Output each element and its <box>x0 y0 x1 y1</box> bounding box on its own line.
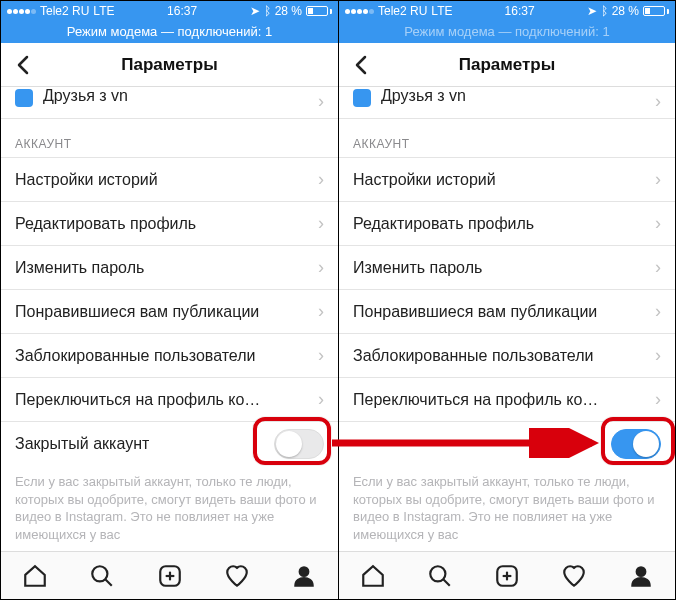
clock-label: 16:37 <box>167 4 197 18</box>
tab-search[interactable] <box>68 552 135 599</box>
vk-icon <box>15 89 33 107</box>
row-switch-profile[interactable]: Переключиться на профиль ко…› <box>339 377 675 421</box>
page-title: Параметры <box>1 55 338 75</box>
chevron-right-icon: › <box>655 345 661 366</box>
row-story-settings[interactable]: Настройки историй› <box>1 157 338 201</box>
location-arrow-icon: ➤ <box>250 4 260 18</box>
row-edit-profile[interactable]: Редактировать профиль› <box>1 201 338 245</box>
back-button[interactable] <box>1 43 45 87</box>
private-account-toggle[interactable] <box>274 429 324 459</box>
add-post-icon <box>157 563 183 589</box>
hotspot-bar: Режим модема — подключений: 1 <box>339 21 675 43</box>
tab-bar <box>1 551 338 599</box>
network-label: LTE <box>93 4 114 18</box>
back-button[interactable] <box>339 43 383 87</box>
row-change-password[interactable]: Изменить пароль› <box>1 245 338 289</box>
svg-point-11 <box>637 567 646 576</box>
section-header-account: АККАУНТ <box>1 119 338 157</box>
private-help-text: Если у вас закрытый аккаунт, только те л… <box>1 465 338 543</box>
list-item[interactable]: Друзья з vn › <box>339 87 675 119</box>
carrier-label: Tele2 RU <box>378 4 427 18</box>
bluetooth-icon: ᛒ <box>264 4 271 18</box>
chevron-right-icon: › <box>318 169 324 190</box>
row-switch-profile[interactable]: Переключиться на профиль ко…› <box>1 377 338 421</box>
private-help-text: Если у вас закрытый аккаунт, только те л… <box>339 465 675 543</box>
status-bar: Tele2 RU LTE 16:37 ➤ ᛒ 28 % <box>1 1 338 21</box>
battery-pct-label: 28 % <box>275 4 302 18</box>
carrier-label: Tele2 RU <box>40 4 89 18</box>
section-header-account: АККАУНТ <box>339 119 675 157</box>
signal-dots-icon <box>7 9 36 14</box>
nav-bar: Параметры <box>339 43 675 87</box>
private-account-label: Закрытый аккаунт <box>15 435 149 453</box>
battery-pct-label: 28 % <box>612 4 639 18</box>
search-icon <box>427 563 453 589</box>
row-liked-posts[interactable]: Понравившиеся вам публикации› <box>1 289 338 333</box>
chevron-right-icon: › <box>318 257 324 278</box>
chevron-right-icon: › <box>318 213 324 234</box>
signal-dots-icon <box>345 9 374 14</box>
row-blocked-users[interactable]: Заблокированные пользователи› <box>339 333 675 377</box>
tab-bar <box>339 551 675 599</box>
list-item[interactable]: Друзья з vn › <box>1 87 338 119</box>
row-change-password[interactable]: Изменить пароль› <box>339 245 675 289</box>
svg-line-1 <box>105 579 112 586</box>
tab-profile[interactable] <box>608 552 675 599</box>
battery-icon <box>306 6 332 16</box>
phone-right: Tele2 RU LTE 16:37 ➤ ᛒ 28 % Режим модема… <box>338 1 675 599</box>
tab-add[interactable] <box>473 552 540 599</box>
page-title: Параметры <box>339 55 675 75</box>
svg-line-7 <box>443 579 450 586</box>
hotspot-bar: Режим модема — подключений: 1 <box>1 21 338 43</box>
chevron-right-icon: › <box>655 257 661 278</box>
location-arrow-icon: ➤ <box>587 4 597 18</box>
chevron-right-icon: › <box>655 169 661 190</box>
heart-icon <box>561 563 587 589</box>
chevron-right-icon: › <box>318 345 324 366</box>
private-account-toggle[interactable] <box>611 429 661 459</box>
tab-profile[interactable] <box>271 552 338 599</box>
row-story-settings[interactable]: Настройки историй› <box>339 157 675 201</box>
tab-search[interactable] <box>406 552 473 599</box>
status-bar: Tele2 RU LTE 16:37 ➤ ᛒ 28 % <box>339 1 675 21</box>
svg-point-0 <box>92 566 107 581</box>
tab-add[interactable] <box>136 552 203 599</box>
battery-icon <box>643 6 669 16</box>
network-label: LTE <box>431 4 452 18</box>
chevron-right-icon: › <box>655 213 661 234</box>
bluetooth-icon: ᛒ <box>601 4 608 18</box>
profile-icon <box>291 563 317 589</box>
truncated-prev-label: Друзья з vn <box>381 87 466 105</box>
chevron-right-icon: › <box>655 389 661 410</box>
vk-icon <box>353 89 371 107</box>
annotation-arrow-icon <box>330 428 605 458</box>
chevron-right-icon: › <box>318 301 324 322</box>
chevron-left-icon <box>17 55 29 75</box>
heart-icon <box>224 563 250 589</box>
tab-home[interactable] <box>339 552 406 599</box>
nav-bar: Параметры <box>1 43 338 87</box>
home-icon <box>22 563 48 589</box>
tab-home[interactable] <box>1 552 68 599</box>
row-edit-profile[interactable]: Редактировать профиль› <box>339 201 675 245</box>
row-liked-posts[interactable]: Понравившиеся вам публикации› <box>339 289 675 333</box>
phone-left: Tele2 RU LTE 16:37 ➤ ᛒ 28 % Режим модема… <box>1 1 338 599</box>
clock-label: 16:37 <box>505 4 535 18</box>
chevron-right-icon: › <box>655 91 661 112</box>
add-post-icon <box>494 563 520 589</box>
chevron-right-icon: › <box>655 301 661 322</box>
chevron-left-icon <box>355 55 367 75</box>
chevron-right-icon: › <box>318 91 324 112</box>
tab-activity[interactable] <box>203 552 270 599</box>
row-private-account: Закрытый аккаунт <box>1 421 338 465</box>
svg-point-5 <box>300 567 309 576</box>
svg-point-6 <box>430 566 445 581</box>
row-blocked-users[interactable]: Заблокированные пользователи› <box>1 333 338 377</box>
tab-activity[interactable] <box>541 552 608 599</box>
profile-icon <box>628 563 654 589</box>
chevron-right-icon: › <box>318 389 324 410</box>
truncated-prev-label: Друзья з vn <box>43 87 128 105</box>
home-icon <box>360 563 386 589</box>
search-icon <box>89 563 115 589</box>
